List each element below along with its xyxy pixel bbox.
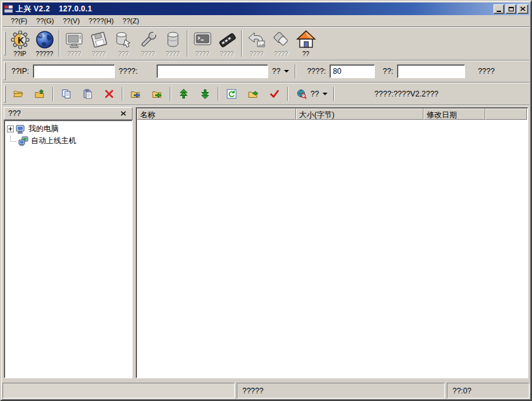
menu-help[interactable]: ????(H)	[84, 16, 118, 26]
toolbar-label: ????	[249, 50, 263, 57]
password-input[interactable]	[397, 64, 465, 78]
confirm-check-icon	[269, 89, 280, 99]
main-toolbar: K ??IP ?????	[3, 27, 529, 61]
settings-button[interactable]: ????	[136, 29, 160, 58]
copy-icon	[61, 89, 71, 99]
toolbar-grip[interactable]	[4, 32, 6, 55]
plugins-button[interactable]: ????	[269, 29, 293, 58]
host-ip-input[interactable]	[33, 64, 115, 78]
delete-button[interactable]	[101, 86, 117, 102]
chevron-down-icon	[284, 70, 289, 73]
app-window: 上兴 V2.2 127.0.0.1 ??(F) ??(G) ??(V) ????…	[0, 0, 532, 401]
toolbar-separator	[218, 87, 219, 101]
toolbar-label: ????	[195, 50, 209, 57]
screenshot-back-button[interactable]: ????	[244, 29, 269, 58]
menu-file[interactable]: ??(F)	[6, 16, 32, 26]
menu-view[interactable]: ??(V)	[58, 16, 84, 26]
web-search-dropdown-button[interactable]: ??	[293, 88, 331, 100]
menu-about[interactable]: ??(Z)	[118, 16, 143, 26]
refresh-icon	[227, 89, 237, 99]
main-area: ??? 我的电脑	[3, 105, 529, 381]
paste-button[interactable]	[80, 86, 96, 102]
storage-button[interactable]: ???	[111, 29, 136, 58]
tree-item-online-hosts[interactable]: 自动上线主机	[6, 135, 131, 147]
toolbar-grip[interactable]	[4, 85, 6, 103]
progress-panel	[3, 383, 235, 398]
minimize-button[interactable]	[494, 4, 504, 14]
connect-dropdown-button[interactable]: ??	[268, 66, 293, 77]
open-folder-button[interactable]	[10, 86, 27, 102]
status-right-text: ??:0?	[447, 383, 529, 398]
menu-tools[interactable]: ??(G)	[32, 16, 58, 26]
expand-plus-icon[interactable]	[7, 125, 14, 132]
column-header-date[interactable]: 修改日期	[423, 108, 485, 120]
toolbar-separator	[241, 30, 242, 57]
export-folder-button[interactable]	[245, 86, 261, 102]
svg-text:K: K	[17, 35, 23, 45]
menu-bar: ??(F) ??(G) ??(V) ????(H) ??(Z)	[3, 15, 529, 27]
keylogger-button[interactable]: ????	[215, 29, 239, 58]
globe-icon	[35, 30, 55, 50]
maximize-button[interactable]	[505, 4, 516, 14]
port-label: ????:	[307, 67, 326, 76]
toolbar-separator	[122, 87, 123, 101]
upload-button[interactable]	[175, 86, 192, 102]
host-tree: 我的电脑 自动上线主机	[4, 120, 133, 378]
home-button[interactable]: ??	[293, 29, 318, 58]
close-button[interactable]	[517, 4, 528, 14]
toolbar-label: ????	[67, 50, 81, 57]
floppy-icon	[89, 30, 109, 50]
column-header-name[interactable]: 名称	[137, 108, 296, 120]
keyboard-icon	[217, 30, 237, 50]
download-button[interactable]	[197, 86, 213, 102]
password-label: ??:	[382, 67, 393, 76]
send-to-folder-button[interactable]	[127, 86, 144, 102]
list-header: 名称 大小(字节) 修改日期	[137, 108, 527, 120]
monitor-icon	[64, 30, 85, 50]
toolbar-status-text: ????:????V2.2???	[374, 90, 438, 98]
goto-button[interactable]: ????	[478, 67, 495, 76]
confirm-button[interactable]	[266, 86, 283, 102]
close-icon	[121, 111, 126, 116]
tree-item-label: 我的电脑	[28, 124, 59, 134]
toolbar-label: ????	[141, 50, 155, 57]
terminal-icon	[192, 30, 213, 50]
remote-path-input[interactable]	[157, 64, 268, 78]
sidebar-close-button[interactable]	[118, 109, 128, 118]
database-button[interactable]: ????	[160, 29, 185, 58]
delete-icon	[104, 89, 114, 99]
window-title-app: 上兴 V2.2	[16, 4, 50, 15]
web-search-icon	[297, 89, 307, 99]
column-header-filler[interactable]	[485, 108, 527, 120]
title-bar[interactable]: 上兴 V2.2 127.0.0.1	[3, 3, 529, 15]
maximize-icon	[509, 7, 514, 11]
refresh-button[interactable]	[223, 86, 240, 102]
folder-export-icon	[248, 89, 258, 99]
folder-upload-icon	[35, 89, 45, 99]
online-hosts-icon	[18, 136, 28, 146]
toolbar-separator	[287, 87, 288, 101]
settings-gear-icon: K	[10, 30, 30, 50]
tree-item-my-computer[interactable]: 我的电脑	[6, 123, 131, 135]
toolbar-grip[interactable]	[4, 62, 6, 79]
connect-ip-button[interactable]: K ??IP	[8, 29, 32, 58]
download-arrows-icon	[200, 89, 210, 99]
column-header-size[interactable]: 大小(字节)	[296, 108, 423, 120]
file-list-body[interactable]	[137, 120, 527, 377]
search-button-label: ??	[310, 90, 319, 98]
sidebar-header: ???	[4, 107, 133, 120]
toolbar-label: ??	[302, 50, 309, 57]
database-icon	[163, 30, 183, 50]
host-ip-label: ??IP:	[11, 67, 29, 76]
move-to-folder-button[interactable]	[149, 86, 165, 102]
toolbar-label: ????	[220, 50, 233, 57]
port-input[interactable]	[329, 64, 375, 78]
screen-view-button[interactable]: ????	[62, 29, 86, 58]
file-manager-button[interactable]: ????	[86, 29, 111, 58]
upload-file-button[interactable]	[32, 86, 48, 102]
scan-hosts-button[interactable]: ?????	[32, 29, 57, 58]
copy-button[interactable]	[58, 86, 74, 102]
toolbar-separator	[52, 87, 54, 101]
status-bar: ????? ??:0?	[3, 381, 529, 398]
terminal-button[interactable]: ????	[190, 29, 215, 58]
